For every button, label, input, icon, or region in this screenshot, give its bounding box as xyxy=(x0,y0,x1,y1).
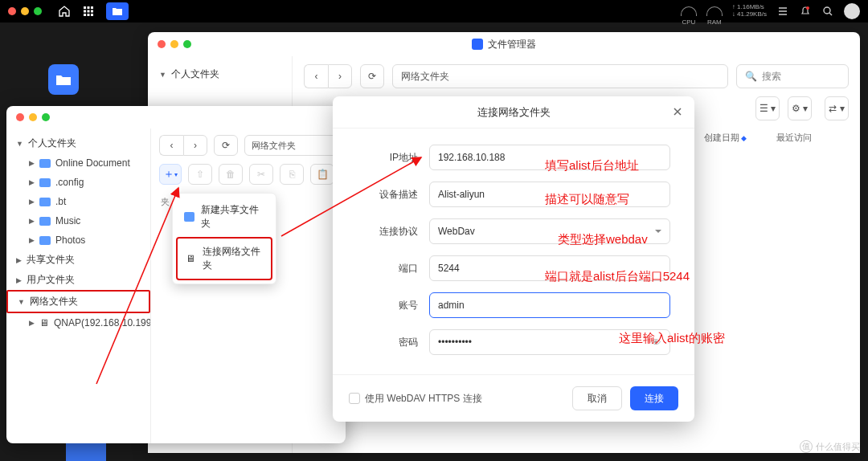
watermark-icon: 值 xyxy=(800,440,813,453)
sidebar-item-online-document[interactable]: ▶Online Document xyxy=(6,153,150,173)
port-label: 端口 xyxy=(357,262,429,275)
svg-rect-3 xyxy=(84,10,86,13)
desc-input[interactable]: Alist-aliyun xyxy=(429,182,670,207)
refresh-button[interactable]: ⟳ xyxy=(360,64,384,88)
user-avatar[interactable] xyxy=(844,3,860,19)
settings-button[interactable]: ⚙ ▾ xyxy=(788,96,812,120)
file-manager-dock-icon[interactable] xyxy=(106,2,129,20)
menu-connect-network-folder[interactable]: 🖥 连接网络文件夹 xyxy=(176,237,272,280)
search-icon: 🔍 xyxy=(745,71,757,82)
cancel-button[interactable]: 取消 xyxy=(572,386,622,410)
window-controls[interactable] xyxy=(158,40,191,48)
sidebar-item-bt[interactable]: ▶.bt xyxy=(6,192,150,211)
col-accessed[interactable]: 最近访问 xyxy=(776,132,849,144)
home-icon[interactable] xyxy=(58,5,71,18)
col-created[interactable]: 创建日期◆ xyxy=(704,132,776,144)
copy-button[interactable]: ⎘ xyxy=(280,164,304,185)
ram-gauge: RAM xyxy=(706,6,723,16)
svg-point-10 xyxy=(824,7,830,14)
window-titlebar xyxy=(6,106,346,129)
nav-back-button[interactable]: ‹ xyxy=(159,135,183,156)
show-password-icon[interactable]: 👁 xyxy=(651,337,661,349)
sidebar-item-music[interactable]: ▶Music xyxy=(6,211,150,230)
secondary-sidebar: ▼个人文件夹 ▶Online Document ▶.config ▶.bt ▶M… xyxy=(6,129,151,443)
sidebar-section-network[interactable]: ▼网络文件夹 xyxy=(6,290,150,313)
svg-rect-6 xyxy=(84,14,86,16)
notification-icon[interactable] xyxy=(799,5,812,18)
sidebar-section-user[interactable]: ▶用户文件夹 xyxy=(6,270,150,290)
svg-rect-2 xyxy=(91,6,93,9)
apps-icon[interactable] xyxy=(82,5,95,18)
menu-new-shared-folder[interactable]: 新建共享文件夹 xyxy=(176,197,272,237)
path-input[interactable]: 网络文件夹 xyxy=(244,135,338,156)
window-controls[interactable] xyxy=(16,113,50,121)
refresh-button[interactable]: ⟳ xyxy=(214,135,238,156)
paste-button[interactable]: 📋 xyxy=(310,164,334,185)
minimize-dot[interactable] xyxy=(21,7,29,15)
nav-buttons: ‹ › xyxy=(159,135,207,156)
search-input[interactable]: 🔍搜索 xyxy=(736,64,849,88)
ip-input[interactable]: 192.168.10.188 xyxy=(429,145,670,170)
nav-buttons: ‹ › xyxy=(304,64,352,88)
pass-label: 密码 xyxy=(357,336,429,349)
https-checkbox[interactable]: 使用 WebDAV HTTPS 连接 xyxy=(349,392,482,406)
app-icon xyxy=(472,39,483,50)
svg-rect-5 xyxy=(91,10,93,13)
delete-button[interactable]: 🗑 xyxy=(219,164,243,185)
more-button[interactable]: ⇄ ▾ xyxy=(825,96,849,120)
ip-label: IP地址 xyxy=(357,151,429,165)
dialog-close-button[interactable] xyxy=(672,106,683,117)
pass-input[interactable]: ••••••••••👁 xyxy=(429,329,670,355)
port-input[interactable]: 5244 xyxy=(429,255,670,281)
window-controls[interactable] xyxy=(8,7,42,15)
monitor-icon: 🖥 xyxy=(39,317,49,328)
sidebar-section-shared[interactable]: ▶共享文件夹 xyxy=(6,250,150,270)
sidebar-section-personal[interactable]: ▼个人文件夹 xyxy=(148,64,292,84)
sidebar-section-personal[interactable]: ▼个人文件夹 xyxy=(6,133,150,153)
window-title: 文件管理器 xyxy=(488,38,536,51)
path-input[interactable]: 网络文件夹 xyxy=(392,64,728,88)
connect-network-folder-dialog: 连接网络文件夹 IP地址 192.168.10.188 设备描述 Alist-a… xyxy=(333,96,694,422)
proto-select[interactable]: WebDav xyxy=(429,218,670,244)
sidebar-item-qnap[interactable]: ▶🖥QNAP(192.168.10.199) xyxy=(6,313,150,332)
proto-label: 连接协议 xyxy=(357,225,429,239)
minimize-dot[interactable] xyxy=(29,113,37,121)
svg-rect-4 xyxy=(88,10,90,13)
user-label: 账号 xyxy=(357,299,429,312)
svg-rect-1 xyxy=(88,6,90,9)
system-topbar: CPU RAM ↑ 1.16MB/s ↓ 41.29KB/s xyxy=(0,0,868,22)
folder-icon xyxy=(39,178,51,187)
add-context-menu: 新建共享文件夹 🖥 连接网络文件夹 xyxy=(172,193,276,284)
watermark: 值 什么值得买 xyxy=(800,440,860,453)
connect-button[interactable]: 连接 xyxy=(630,386,678,410)
folder-icon xyxy=(39,159,51,168)
view-toggle-button[interactable]: ☰ ▾ xyxy=(755,96,780,120)
shared-folder-icon xyxy=(184,212,194,222)
nav-forward-button[interactable]: › xyxy=(183,135,207,156)
upload-button[interactable]: ⇧ xyxy=(188,164,212,185)
nav-back-button[interactable]: ‹ xyxy=(304,64,328,88)
folder-icon xyxy=(39,236,51,245)
minimize-dot[interactable] xyxy=(170,40,178,48)
nav-forward-button[interactable]: › xyxy=(328,64,352,88)
svg-point-9 xyxy=(806,6,809,10)
user-input[interactable]: admin xyxy=(429,292,670,318)
sidebar-item-config[interactable]: ▶.config xyxy=(6,173,150,192)
sidebar-item-photos[interactable]: ▶Photos xyxy=(6,230,150,250)
search-icon[interactable] xyxy=(821,5,834,18)
dialog-title: 连接网络文件夹 xyxy=(333,96,694,129)
maximize-dot[interactable] xyxy=(183,40,191,48)
close-dot[interactable] xyxy=(16,113,24,121)
desktop-folder-icon[interactable] xyxy=(48,64,79,95)
add-button[interactable]: ＋▾ xyxy=(159,164,182,185)
cut-button[interactable]: ✂ xyxy=(249,164,273,185)
close-dot[interactable] xyxy=(8,7,16,15)
checkbox-icon xyxy=(349,393,360,404)
svg-rect-0 xyxy=(84,6,86,9)
close-dot[interactable] xyxy=(158,40,166,48)
svg-rect-7 xyxy=(88,14,90,16)
maximize-dot[interactable] xyxy=(42,113,50,121)
maximize-dot[interactable] xyxy=(34,7,42,15)
settings-icon[interactable] xyxy=(776,5,789,18)
monitor-icon: 🖥 xyxy=(186,253,196,264)
